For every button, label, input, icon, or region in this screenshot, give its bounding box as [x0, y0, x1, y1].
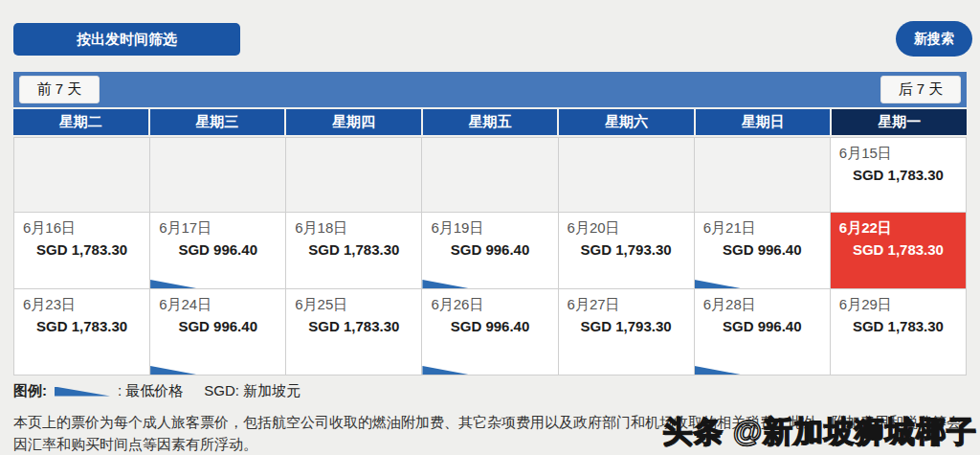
legend-title: 图例:	[13, 382, 47, 400]
day-header-monday: 星期一	[832, 109, 967, 135]
fare-cell[interactable]: 6月20日SGD 1,793.30	[559, 213, 694, 288]
day-header-tuesday: 星期二	[13, 109, 148, 135]
empty-cell	[14, 138, 149, 212]
watermark-text: 头条 @新加坡狮城椰子	[662, 412, 977, 452]
empty-cell	[695, 138, 830, 212]
day-header-friday: 星期五	[423, 109, 558, 135]
fare-price: SGD 996.40	[703, 318, 821, 334]
fare-date: 6月28日	[703, 296, 821, 314]
fare-price: SGD 1,783.30	[839, 167, 957, 183]
empty-cell	[422, 138, 557, 212]
fare-date: 6月27日	[568, 296, 685, 314]
fare-cell[interactable]: 6月21日SGD 996.40	[695, 213, 830, 288]
fare-date: 6月19日	[431, 219, 548, 238]
fare-date: 6月25日	[295, 296, 412, 314]
fare-grid: 6月15日SGD 1,783.306月16日SGD 1,783.306月17日S…	[13, 137, 967, 375]
fare-date: 6月15日	[839, 145, 957, 163]
fare-price: SGD 996.40	[159, 318, 277, 334]
fare-date: 6月21日	[703, 219, 821, 238]
week-navigation-bar: 前 7 天 后 7 天	[13, 72, 967, 107]
fare-price: SGD 996.40	[431, 241, 548, 258]
top-toolbar: 按出发时间筛选 新搜索	[0, 0, 980, 57]
prev-7-days-button[interactable]: 前 7 天	[19, 76, 100, 103]
fare-cell[interactable]: 6月16日SGD 1,783.30	[14, 213, 149, 288]
fare-cell[interactable]: 6月27日SGD 1,793.30	[559, 289, 694, 375]
empty-cell	[150, 138, 285, 212]
fare-price: SGD 1,783.30	[295, 318, 412, 334]
day-header-saturday: 星期六	[559, 109, 694, 135]
fare-price: SGD 1,783.30	[295, 241, 412, 258]
fare-price: SGD 1,783.30	[839, 241, 957, 258]
day-header-sunday: 星期日	[696, 109, 831, 135]
fare-cell[interactable]: 6月15日SGD 1,783.30	[831, 138, 966, 212]
empty-cell	[559, 138, 694, 212]
fare-cell[interactable]: 6月17日SGD 996.40	[150, 213, 285, 288]
day-header-thursday: 星期四	[286, 109, 421, 135]
fare-calendar-panel: 前 7 天 后 7 天 星期二 星期三 星期四 星期五 星期六 星期日 星期一 …	[13, 72, 967, 375]
fare-date: 6月26日	[431, 296, 548, 314]
legend-currency-label: SGD: 新加坡元	[204, 382, 301, 400]
lowest-price-flag-icon	[422, 366, 468, 375]
lowest-price-flag-icon	[150, 280, 196, 288]
lowest-price-flag-icon	[422, 280, 468, 288]
fare-date: 6月22日	[839, 219, 957, 238]
empty-cell	[286, 138, 421, 212]
lowest-price-flag-icon	[695, 366, 741, 375]
fare-cell[interactable]: 6月28日SGD 996.40	[695, 289, 830, 375]
fare-price: SGD 1,783.30	[23, 318, 141, 334]
fare-date: 6月24日	[159, 296, 277, 314]
fare-cell[interactable]: 6月26日SGD 996.40	[422, 289, 557, 375]
fare-date: 6月17日	[159, 219, 277, 238]
fare-cell[interactable]: 6月29日SGD 1,783.30	[831, 289, 966, 375]
legend: 图例: : 最低价格 SGD: 新加坡元	[13, 382, 967, 400]
fare-date: 6月20日	[568, 219, 685, 238]
new-search-button[interactable]: 新搜索	[896, 21, 972, 57]
fare-cell[interactable]: 6月22日SGD 1,783.30	[831, 213, 966, 288]
fare-price: SGD 1,793.30	[568, 318, 685, 334]
fare-calendar-page: 按出发时间筛选 新搜索 前 7 天 后 7 天 星期二 星期三 星期四 星期五 …	[0, 0, 980, 455]
lowest-price-flag-icon	[150, 366, 196, 375]
filter-by-departure-time-button[interactable]: 按出发时间筛选	[13, 23, 240, 56]
next-7-days-button[interactable]: 后 7 天	[880, 76, 961, 103]
lowest-price-flag-icon	[55, 387, 110, 397]
day-header-row: 星期二 星期三 星期四 星期五 星期六 星期日 星期一	[13, 109, 967, 135]
fare-price: SGD 996.40	[431, 318, 548, 334]
fare-price: SGD 996.40	[159, 241, 277, 258]
fare-price: SGD 1,783.30	[839, 318, 957, 334]
fare-date: 6月16日	[23, 219, 141, 238]
fare-price: SGD 1,793.30	[568, 241, 685, 258]
fare-price: SGD 996.40	[703, 241, 821, 258]
fare-date: 6月23日	[23, 296, 141, 314]
fare-cell[interactable]: 6月18日SGD 1,783.30	[286, 213, 421, 288]
fare-cell[interactable]: 6月19日SGD 996.40	[422, 213, 557, 288]
day-header-wednesday: 星期三	[150, 109, 285, 135]
fare-date: 6月18日	[295, 219, 412, 238]
fare-date: 6月29日	[839, 296, 957, 314]
fare-cell[interactable]: 6月23日SGD 1,783.30	[14, 289, 149, 375]
fare-cell[interactable]: 6月25日SGD 1,783.30	[286, 289, 421, 375]
fare-cell[interactable]: 6月24日SGD 996.40	[150, 289, 285, 375]
fare-price: SGD 1,783.30	[23, 241, 141, 258]
legend-flag-meaning: : 最低价格	[118, 382, 183, 400]
lowest-price-flag-icon	[695, 280, 741, 288]
